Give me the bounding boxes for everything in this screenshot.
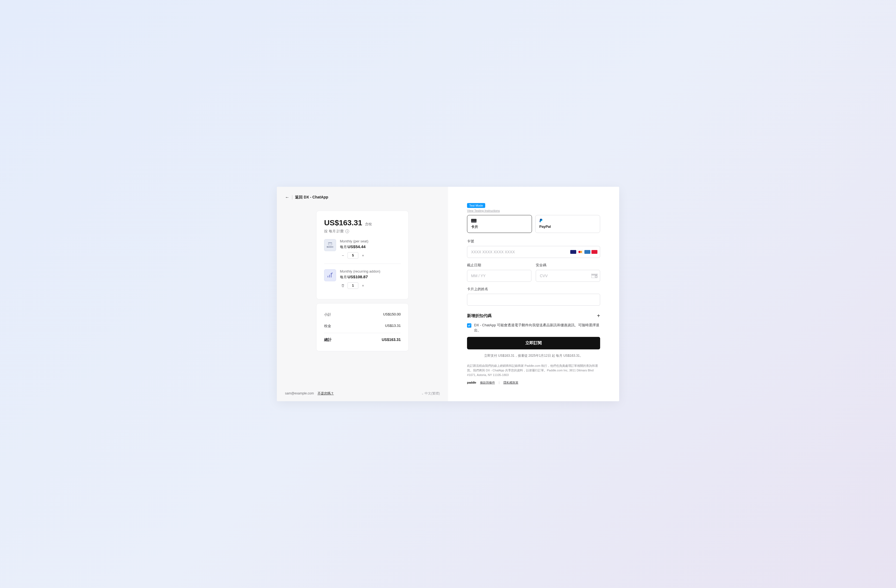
language-selector[interactable]: ⌄ 中文(繁體) xyxy=(421,391,440,396)
card-brand-icons xyxy=(570,250,597,254)
unionpay-icon xyxy=(591,250,597,254)
method-card-paypal[interactable]: PayPal xyxy=(535,215,600,233)
visa-icon xyxy=(570,250,576,254)
test-instructions-link[interactable]: View Testing Instructions xyxy=(467,209,600,212)
payment-summary-text: 立即支付 US$163.31，接著從 2025年1月12日 起 每月 US$16… xyxy=(467,353,600,358)
arrow-left-icon: ← xyxy=(285,195,290,199)
summary-panel: ← 返回 DX - ChatApp US$163.31 含稅 按 每月 計費 i… xyxy=(277,187,448,401)
legal-footer: paddle 條款與條件 | 隱私權政策 xyxy=(467,381,600,385)
qty-decrement-button[interactable]: − xyxy=(340,252,346,258)
order-summary-card: US$163.31 含稅 按 每月 計費 i BASIC Monthly (pe… xyxy=(316,211,408,299)
amex-icon xyxy=(584,250,590,254)
subtotal-label: 小計 xyxy=(324,312,331,317)
svg-text:123: 123 xyxy=(595,276,597,277)
checkout-frame: ← 返回 DX - ChatApp US$163.31 含稅 按 每月 計費 i… xyxy=(277,187,619,401)
expiry-input[interactable] xyxy=(467,270,532,282)
back-label: 返回 DX - ChatApp xyxy=(295,195,328,200)
item-thumbnail-basic: BASIC xyxy=(324,239,336,251)
paddle-logo: paddle xyxy=(467,381,476,384)
line-item: BASIC Monthly (per seat) 每月US$54.44 − + xyxy=(324,234,401,264)
quantity-stepper: − + xyxy=(340,252,401,259)
card-number-label: 卡號 xyxy=(467,239,600,244)
expiry-label: 截止日期 xyxy=(467,263,532,268)
item-thumbnail-addon xyxy=(324,269,336,281)
item-price: 每月US$54.44 xyxy=(340,244,401,249)
svg-rect-1 xyxy=(471,220,477,220)
paypal-icon xyxy=(539,219,596,223)
quantity-stepper: + xyxy=(340,282,401,289)
cardholder-name-label: 卡片上的姓名 xyxy=(467,287,600,292)
tax-label: 稅金 xyxy=(324,324,331,328)
totals-card: 小計 US$150.00 稅金 US$13.31 總計 US$163.31 xyxy=(316,303,408,351)
add-discount-toggle[interactable]: 新增折扣代碼 + xyxy=(467,311,600,323)
method-card-card[interactable]: 卡片 xyxy=(467,215,532,233)
qty-increment-button[interactable]: + xyxy=(360,252,366,258)
customer-email: sam@example.com xyxy=(285,392,314,395)
qty-increment-button[interactable]: + xyxy=(360,283,366,289)
grand-total-value: US$163.31 xyxy=(382,337,401,342)
tax-included-label: 含稅 xyxy=(365,222,372,227)
order-total: US$163.31 xyxy=(324,219,362,227)
privacy-link[interactable]: 隱私權政策 xyxy=(503,381,518,385)
subtotal-value: US$150.00 xyxy=(383,312,401,317)
svg-rect-3 xyxy=(591,275,597,275)
cvv-input[interactable] xyxy=(536,270,600,282)
item-name: Monthly (per seat) xyxy=(340,239,401,243)
payment-panel: Test Mode View Testing Instructions 卡片 P… xyxy=(448,187,619,401)
payment-method-selector: 卡片 PayPal xyxy=(467,215,600,233)
chevron-down-icon: ⌄ xyxy=(421,392,424,395)
line-item: Monthly (recurring addon) 每月US$108.87 + xyxy=(324,264,401,294)
summary-footer: sam@example.com 不是您嗎？ ⌄ 中文(繁體) xyxy=(285,386,440,396)
item-name: Monthly (recurring addon) xyxy=(340,269,401,273)
card-icon xyxy=(471,219,528,223)
legal-disclaimer: 此訂購流程由我們的線上經銷商和記錄商家 Paddle.com 執行，他們也負責處… xyxy=(467,363,600,377)
back-link[interactable]: ← 返回 DX - ChatApp xyxy=(285,195,440,200)
cardholder-name-input[interactable] xyxy=(467,294,600,306)
marketing-consent-row: DX - ChatApp 可能會透過電子郵件向我發送產品新訊和優惠資訊。可隨時選… xyxy=(467,323,600,333)
marketing-consent-checkbox[interactable] xyxy=(467,323,471,328)
qty-input[interactable] xyxy=(347,282,358,289)
svg-rect-0 xyxy=(471,219,477,223)
info-icon[interactable]: i xyxy=(345,229,349,233)
cvv-label: 安全碼 xyxy=(536,263,600,268)
remove-item-button[interactable] xyxy=(340,283,346,289)
not-you-link[interactable]: 不是您嗎？ xyxy=(318,392,334,395)
item-price: 每月US$108.87 xyxy=(340,275,401,280)
plus-icon: + xyxy=(597,313,600,319)
subscribe-button[interactable]: 立即訂閱 xyxy=(467,337,600,349)
tax-value: US$13.31 xyxy=(385,324,401,328)
test-mode-badge: Test Mode xyxy=(467,203,485,208)
cvv-hint-icon: 123 xyxy=(591,273,597,278)
grand-total-label: 總計 xyxy=(324,337,332,342)
terms-link[interactable]: 條款與條件 xyxy=(480,381,495,385)
billing-frequency: 按 每月 計費 xyxy=(324,229,344,234)
qty-input[interactable] xyxy=(347,252,358,259)
marketing-consent-text: DX - ChatApp 可能會透過電子郵件向我發送產品新訊和優惠資訊。可隨時選… xyxy=(474,323,600,333)
mastercard-icon xyxy=(578,250,583,254)
